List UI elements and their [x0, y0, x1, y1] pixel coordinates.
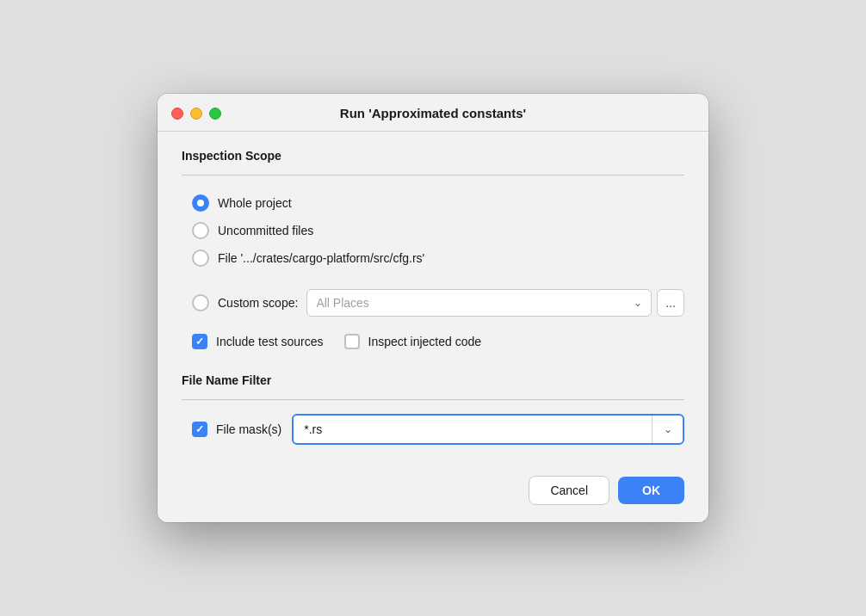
minimize-button[interactable] — [190, 108, 202, 120]
inspection-scope-section: Inspection Scope Whole project Uncommitt… — [182, 149, 684, 370]
radio-file-path-label: File '.../crates/cargo-platform/src/cfg.… — [218, 251, 424, 265]
radio-custom-scope-indicator[interactable] — [192, 294, 209, 311]
file-name-filter-section: File Name Filter File mask(s) ⌄ — [182, 373, 684, 445]
chevron-down-icon: ⌄ — [634, 297, 642, 309]
inspect-injected-code-label: Inspect injected code — [368, 335, 482, 348]
radio-file-path-indicator — [192, 249, 209, 267]
dialog-title: Run 'Approximated constants' — [340, 106, 526, 120]
inspection-scope-label: Inspection Scope — [182, 149, 684, 163]
ellipsis-label: ... — [665, 296, 676, 310]
maximize-button[interactable] — [209, 108, 221, 120]
file-name-filter-label: File Name Filter — [182, 373, 684, 387]
file-mask-checkbox-item[interactable]: File mask(s) — [192, 422, 281, 437]
radio-custom-scope-label: Custom scope: — [218, 296, 298, 310]
scope-divider — [182, 175, 684, 176]
inspect-injected-code-checkbox[interactable] — [344, 334, 360, 349]
file-mask-input-wrapper: ⌄ — [292, 414, 684, 445]
custom-scope-dropdown-text: All Places — [316, 296, 634, 310]
include-test-sources-checkbox[interactable] — [192, 334, 207, 349]
ok-button[interactable]: OK — [618, 477, 684, 504]
title-bar: Run 'Approximated constants' — [158, 94, 708, 131]
custom-scope-row: Custom scope: All Places ⌄ ... — [192, 284, 684, 322]
radio-whole-project-label: Whole project — [218, 196, 292, 210]
file-mask-checkbox[interactable] — [192, 422, 207, 437]
radio-whole-project-indicator — [192, 194, 209, 212]
radio-whole-project[interactable]: Whole project — [192, 189, 684, 217]
inspect-injected-code-item[interactable]: Inspect injected code — [344, 334, 482, 349]
scope-radio-group: Whole project Uncommitted files File '..… — [192, 189, 684, 272]
scope-ellipsis-button[interactable]: ... — [657, 289, 684, 317]
dialog-footer: Cancel OK — [158, 462, 708, 522]
custom-scope-dropdown[interactable]: All Places ⌄ — [306, 289, 652, 317]
cancel-button[interactable]: Cancel — [529, 476, 609, 505]
file-mask-input[interactable] — [294, 416, 652, 443]
radio-uncommitted-files-label: Uncommitted files — [218, 224, 313, 237]
file-mask-row: File mask(s) ⌄ — [192, 414, 684, 445]
window-controls — [171, 108, 221, 120]
include-test-sources-label: Include test sources — [216, 335, 324, 348]
include-test-sources-item[interactable]: Include test sources — [192, 334, 324, 349]
radio-file-path[interactable]: File '.../crates/cargo-platform/src/cfg.… — [192, 244, 684, 272]
checkboxes-row: Include test sources Inspect injected co… — [192, 334, 684, 349]
radio-uncommitted-files[interactable]: Uncommitted files — [192, 217, 684, 244]
radio-uncommitted-files-indicator — [192, 222, 209, 239]
run-inspection-dialog: Run 'Approximated constants' Inspection … — [158, 94, 708, 522]
close-button[interactable] — [171, 108, 183, 120]
filter-divider — [182, 399, 684, 400]
dialog-body: Inspection Scope Whole project Uncommitt… — [158, 132, 708, 462]
file-mask-label: File mask(s) — [216, 422, 281, 436]
custom-scope-select-wrapper: All Places ⌄ ... — [306, 289, 684, 317]
file-mask-chevron-down-icon[interactable]: ⌄ — [652, 416, 683, 443]
